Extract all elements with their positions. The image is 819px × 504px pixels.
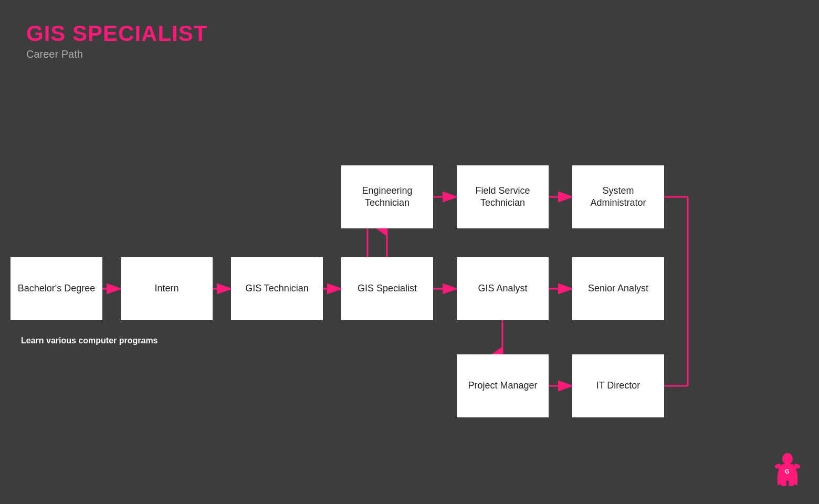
svg-point-18 [782,453,793,465]
svg-rect-22 [781,478,786,486]
page-title: GIS SPECIALIST [26,21,207,46]
node-gis-tech: GIS Technician [231,257,323,320]
caption-text: Learn various computer programs [21,336,158,345]
node-gis-analyst: GIS Analyst [457,257,549,320]
svg-text:G: G [785,468,790,475]
node-sr-analyst: Senior Analyst [572,257,664,320]
header: GIS SPECIALIST Career Path [26,21,207,60]
page-subtitle: Career Path [26,48,207,60]
mascot-icon: G [772,452,803,488]
node-field-svc: Field Service Technician [457,165,549,228]
node-bachelors: Bachelor's Degree [10,257,102,320]
node-intern: Intern [121,257,213,320]
node-proj-mgr: Project Manager [457,354,549,417]
node-eng-tech: Engineering Technician [341,165,433,228]
career-diagram: Bachelor's DegreeInternGIS TechnicianEng… [0,79,819,478]
svg-rect-23 [789,478,794,486]
node-it-director: IT Director [572,354,664,417]
node-gis-spec: GIS Specialist [341,257,433,320]
node-sys-admin: System Administrator [572,165,664,228]
